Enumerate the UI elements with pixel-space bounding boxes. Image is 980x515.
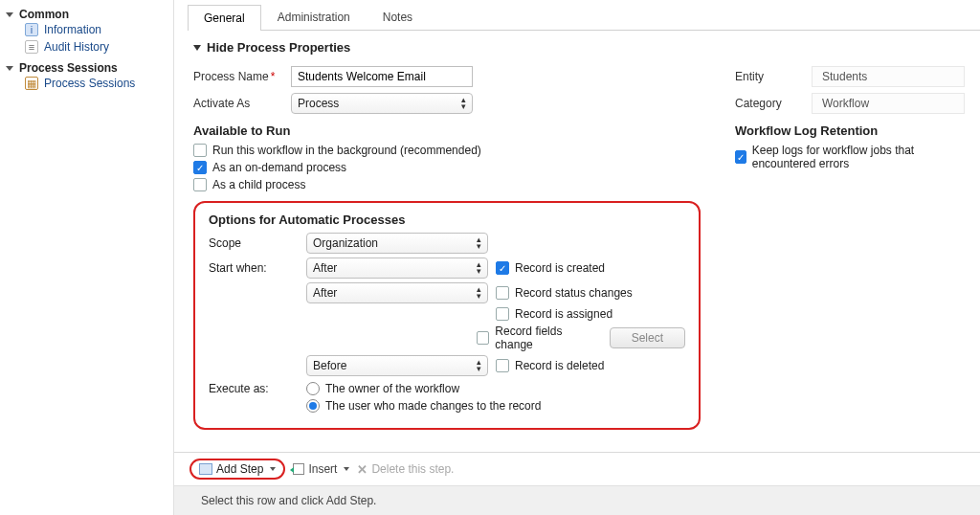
tab-general[interactable]: General bbox=[188, 5, 261, 31]
record-created-label: Record is created bbox=[515, 261, 605, 275]
record-created-checkbox[interactable]: ✓ bbox=[496, 261, 509, 275]
insert-icon bbox=[293, 463, 304, 475]
execute-as-user-label: The user who made changes to the record bbox=[325, 399, 541, 413]
scope-select[interactable]: Organization ▴▾ bbox=[306, 233, 488, 254]
record-status-checkbox[interactable] bbox=[496, 286, 509, 300]
select-value: After bbox=[313, 286, 337, 300]
entity-value: Students bbox=[812, 66, 965, 87]
start-when-after-select-2[interactable]: After ▴▾ bbox=[306, 282, 488, 303]
sidebar-item-information[interactable]: i Information bbox=[6, 21, 167, 38]
available-to-run-heading: Available to Run bbox=[193, 123, 701, 138]
info-icon: i bbox=[25, 23, 38, 36]
tab-administration[interactable]: Administration bbox=[261, 4, 367, 30]
chevron-down-icon bbox=[344, 467, 349, 471]
log-retention-heading: Workflow Log Retention bbox=[735, 123, 965, 138]
select-arrows-icon: ▴▾ bbox=[477, 261, 481, 275]
chevron-down-icon bbox=[6, 12, 13, 17]
tab-content: Hide Process Properties Process Name* Ac… bbox=[174, 31, 980, 515]
sidebar-group-process-sessions[interactable]: Process Sessions bbox=[6, 61, 167, 75]
select-arrows-icon: ▴▾ bbox=[477, 359, 481, 372]
sidebar-group-label: Common bbox=[19, 8, 69, 21]
scope-label: Scope bbox=[209, 236, 306, 250]
delete-step-button[interactable]: ✕ Delete this step. bbox=[357, 462, 454, 477]
fields-select-button[interactable]: Select bbox=[610, 327, 685, 348]
sidebar-item-process-sessions[interactable]: ▦ Process Sessions bbox=[6, 75, 167, 92]
select-arrows-icon: ▴▾ bbox=[477, 236, 481, 250]
record-fields-label: Record fields change bbox=[495, 325, 595, 351]
process-name-label: Process Name* bbox=[193, 70, 291, 83]
start-when-label: Start when: bbox=[209, 261, 306, 275]
child-process-checkbox[interactable] bbox=[193, 178, 207, 191]
execute-as-owner-radio[interactable] bbox=[306, 382, 320, 395]
add-step-label: Add Step bbox=[216, 462, 263, 476]
select-value: Before bbox=[313, 359, 346, 372]
sidebar-group-label: Process Sessions bbox=[19, 61, 118, 75]
process-name-input[interactable] bbox=[291, 66, 473, 87]
child-process-label: As a child process bbox=[212, 178, 305, 191]
keep-logs-checkbox[interactable]: ✓ bbox=[735, 150, 746, 164]
delete-icon: ✕ bbox=[357, 462, 368, 477]
tab-notes[interactable]: Notes bbox=[367, 4, 429, 30]
steps-panel: Add Step Insert ✕ Delete this step. Sele… bbox=[174, 452, 980, 515]
main-area: General Administration Notes Hide Proces… bbox=[174, 0, 980, 515]
on-demand-checkbox[interactable]: ✓ bbox=[193, 161, 207, 174]
execute-as-label: Execute as: bbox=[209, 382, 306, 395]
sidebar-item-label: Audit History bbox=[44, 40, 109, 54]
record-status-label: Record status changes bbox=[515, 286, 633, 300]
sessions-icon: ▦ bbox=[25, 77, 38, 90]
record-deleted-label: Record is deleted bbox=[515, 359, 604, 372]
hide-props-label: Hide Process Properties bbox=[207, 40, 350, 55]
hide-process-properties-toggle[interactable]: Hide Process Properties bbox=[193, 40, 965, 55]
automatic-options-box: Options for Automatic Processes Scope Or… bbox=[193, 201, 701, 430]
chevron-down-icon bbox=[270, 467, 276, 471]
insert-button[interactable]: Insert bbox=[293, 462, 349, 476]
keep-logs-label: Keep logs for workflow jobs that encount… bbox=[752, 144, 965, 170]
record-assigned-label: Record is assigned bbox=[515, 307, 612, 321]
sidebar-group-common[interactable]: Common bbox=[6, 8, 167, 21]
step-toolbar: Add Step Insert ✕ Delete this step. bbox=[174, 453, 980, 485]
add-step-icon bbox=[199, 463, 212, 475]
record-deleted-checkbox[interactable] bbox=[496, 359, 509, 372]
on-demand-label: As an on-demand process bbox=[212, 161, 346, 174]
insert-label: Insert bbox=[308, 462, 337, 476]
add-step-button[interactable]: Add Step bbox=[189, 459, 285, 480]
execute-as-user-radio[interactable] bbox=[306, 399, 320, 413]
select-value: Organization bbox=[313, 236, 378, 250]
activate-as-select[interactable]: Process ▴▾ bbox=[291, 93, 473, 114]
sidebar-item-audit-history[interactable]: ≡ Audit History bbox=[6, 38, 167, 56]
sidebar: Common i Information ≡ Audit History Pro… bbox=[0, 0, 174, 515]
audit-icon: ≡ bbox=[25, 40, 38, 54]
chevron-down-icon bbox=[193, 45, 201, 51]
record-fields-checkbox[interactable] bbox=[477, 331, 489, 345]
category-value: Workflow bbox=[812, 93, 965, 114]
entity-label: Entity bbox=[735, 70, 812, 83]
select-arrows-icon: ▴▾ bbox=[461, 97, 466, 110]
start-when-after-select-1[interactable]: After ▴▾ bbox=[306, 258, 488, 279]
run-background-label: Run this workflow in the background (rec… bbox=[212, 144, 481, 157]
select-arrows-icon: ▴▾ bbox=[477, 286, 481, 300]
select-value: Process bbox=[298, 97, 339, 110]
start-when-before-select[interactable]: Before ▴▾ bbox=[306, 355, 488, 376]
delete-step-label: Delete this step. bbox=[371, 462, 454, 476]
sidebar-item-label: Process Sessions bbox=[44, 77, 135, 90]
record-assigned-checkbox[interactable] bbox=[496, 307, 509, 321]
options-heading: Options for Automatic Processes bbox=[209, 213, 685, 227]
chevron-down-icon bbox=[6, 66, 13, 71]
category-label: Category bbox=[735, 97, 812, 110]
run-background-checkbox[interactable] bbox=[193, 144, 207, 157]
select-value: After bbox=[313, 261, 337, 275]
execute-as-owner-label: The owner of the workflow bbox=[325, 382, 459, 395]
steps-placeholder-row[interactable]: Select this row and click Add Step. bbox=[174, 485, 980, 515]
activate-as-label: Activate As bbox=[193, 97, 291, 110]
sidebar-item-label: Information bbox=[44, 23, 101, 36]
tab-bar: General Administration Notes bbox=[188, 4, 980, 31]
